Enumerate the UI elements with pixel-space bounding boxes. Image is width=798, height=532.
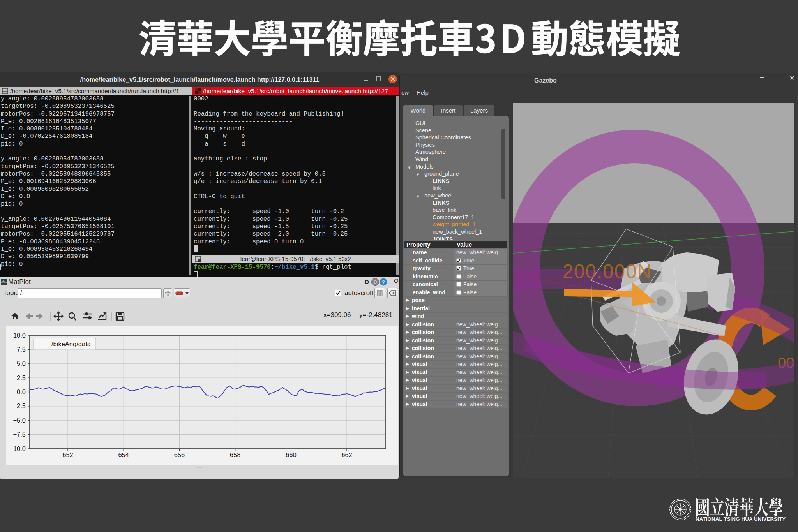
svg-text:0.0: 0.0 [17,388,26,395]
svg-text:2.5: 2.5 [17,374,26,381]
svg-text:658: 658 [230,451,241,458]
svg-text:NATIONAL TSING HUA UNIVERSITY: NATIONAL TSING HUA UNIVERSITY [696,516,786,522]
svg-text:/bikeAng/data: /bikeAng/data [51,340,91,347]
svg-text:−10.0: −10.0 [9,445,26,452]
svg-text:654: 654 [118,451,129,458]
svg-text:5.0: 5.0 [17,360,26,367]
svg-text:−7.5: −7.5 [13,431,26,438]
svg-text:7.5: 7.5 [17,346,26,353]
svg-text:662: 662 [341,451,352,458]
svg-text:200.000N: 200.000N [563,261,652,282]
svg-text:−5.0: −5.0 [13,417,26,424]
svg-text:......: ...... [197,465,202,469]
svg-text:652: 652 [62,451,73,458]
svg-text:−2.5: −2.5 [13,402,26,409]
svg-text:10.0: 10.0 [13,332,26,339]
svg-text:660: 660 [286,451,297,458]
svg-text:656: 656 [174,451,185,458]
